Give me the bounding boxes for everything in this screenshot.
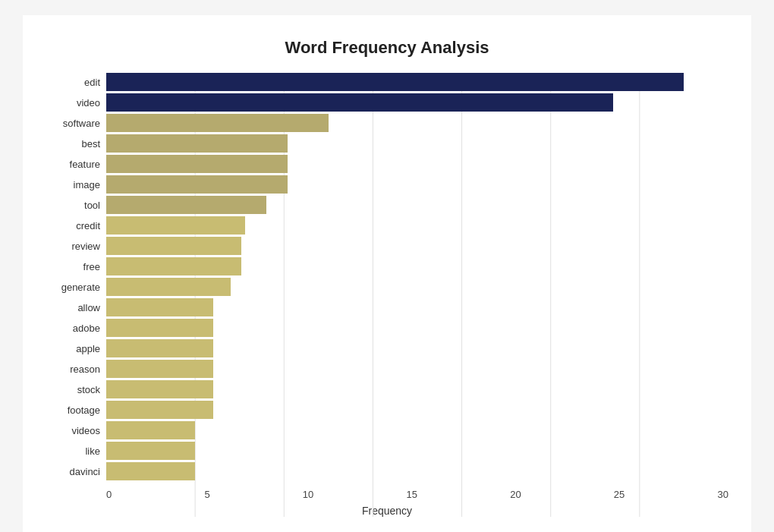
bar-track — [106, 298, 728, 316]
x-axis: 051015202530 — [46, 489, 728, 500]
bar-row: software — [46, 114, 728, 132]
bar-row: feature — [46, 155, 728, 173]
bar — [106, 237, 241, 255]
bar-label: videos — [46, 425, 106, 436]
x-tick-label: 0 — [106, 489, 112, 500]
bar — [106, 319, 213, 337]
bar-label: video — [46, 97, 106, 109]
bar-track — [106, 401, 728, 419]
bar-row: free — [46, 257, 728, 275]
bar-label: allow — [46, 302, 106, 313]
bar-track — [106, 237, 728, 255]
bar-row: best — [46, 134, 728, 153]
bar — [106, 462, 195, 480]
bar-label: feature — [46, 159, 106, 170]
bar-row: credit — [46, 216, 728, 235]
bar-track — [106, 73, 728, 91]
bar-label: generate — [46, 282, 106, 293]
x-axis-labels: 051015202530 — [106, 489, 728, 500]
bar — [106, 216, 245, 235]
bar-label: davinci — [46, 466, 106, 477]
bar-row: reason — [46, 360, 728, 378]
bar-row: like — [46, 442, 728, 460]
bar-row: footage — [46, 401, 728, 419]
bar-row: apple — [46, 339, 728, 357]
bar-row: image — [46, 175, 728, 194]
bar — [106, 257, 241, 275]
bar-track — [106, 257, 728, 275]
bar-track — [106, 462, 728, 480]
bar — [106, 93, 613, 112]
bar-row: videos — [46, 421, 728, 439]
bar-label: apple — [46, 343, 106, 354]
bar-row: review — [46, 237, 728, 255]
bar-label: image — [46, 179, 106, 190]
bar-label: best — [46, 138, 106, 150]
bar-label: edit — [46, 77, 106, 88]
bar-label: reason — [46, 364, 106, 375]
bar — [106, 278, 231, 296]
chart-container: Word Frequency Analysis editvideosoftwar… — [23, 15, 751, 532]
bar-track — [106, 319, 728, 337]
bar — [106, 298, 213, 316]
bar-track — [106, 155, 728, 173]
bar-label: like — [46, 445, 106, 457]
x-tick-label: 25 — [614, 489, 625, 500]
bar-label: adobe — [46, 323, 106, 334]
bar-label: footage — [46, 405, 106, 416]
bar-track — [106, 442, 728, 460]
bar-row: tool — [46, 196, 728, 214]
bar-track — [106, 380, 728, 398]
bar-track — [106, 421, 728, 439]
bar-label: credit — [46, 220, 106, 231]
x-tick-label: 15 — [407, 489, 417, 500]
bar — [106, 360, 213, 378]
bar — [106, 155, 288, 173]
bar-row: davinci — [46, 462, 728, 480]
bar — [106, 442, 195, 460]
bar — [106, 73, 684, 91]
chart-title: Word Frequency Analysis — [46, 38, 728, 58]
bar-track — [106, 278, 728, 296]
bar — [106, 380, 213, 398]
bar-row: generate — [46, 278, 728, 296]
x-tick-label: 5 — [204, 489, 209, 500]
bar-label: software — [46, 118, 106, 129]
bar-row: adobe — [46, 319, 728, 337]
bar-label: review — [46, 241, 106, 252]
bar-track — [106, 339, 728, 357]
bar-track — [106, 134, 728, 153]
bar-track — [106, 93, 728, 112]
bar — [106, 175, 288, 194]
x-tick-label: 30 — [717, 489, 728, 500]
bar-row: stock — [46, 380, 728, 398]
bar-track — [106, 216, 728, 235]
bar-label: tool — [46, 200, 106, 211]
bar-track — [106, 114, 728, 132]
bar — [106, 134, 288, 153]
bar — [106, 339, 213, 357]
bar-track — [106, 360, 728, 378]
bar — [106, 401, 213, 419]
bar-label: stock — [46, 384, 106, 395]
bar-track — [106, 196, 728, 214]
bar — [106, 196, 266, 214]
bar — [106, 114, 329, 132]
bar-row: edit — [46, 73, 728, 91]
bar-row: video — [46, 93, 728, 112]
bar-track — [106, 175, 728, 194]
chart-area: editvideosoftwarebestfeatureimagetoolcre… — [46, 73, 728, 483]
bar — [106, 421, 195, 439]
x-tick-label: 20 — [510, 489, 521, 500]
bar-row: allow — [46, 298, 728, 316]
x-tick-label: 10 — [303, 489, 313, 500]
bar-label: free — [46, 261, 106, 272]
x-axis-title: Frequency — [46, 505, 728, 517]
